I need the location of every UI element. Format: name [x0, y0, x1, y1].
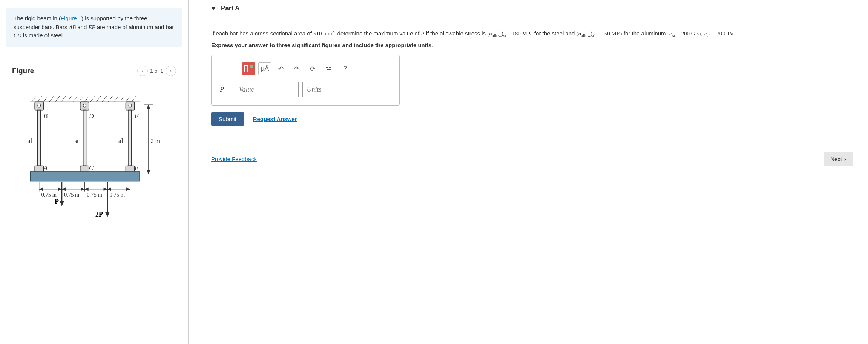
- svg-line-7: [67, 96, 72, 102]
- chevron-right-icon: ›: [844, 156, 846, 162]
- figure-link[interactable]: Figure 1: [61, 15, 81, 22]
- svg-line-18: [132, 96, 136, 102]
- svg-marker-63: [126, 187, 130, 190]
- svg-line-3: [43, 96, 48, 102]
- provide-feedback-link[interactable]: Provide Feedback: [211, 156, 257, 162]
- svg-line-2: [38, 96, 42, 102]
- answer-row: P =: [220, 82, 391, 97]
- svg-marker-60: [84, 187, 88, 190]
- svg-marker-59: [81, 187, 85, 190]
- question-text: If each bar has a cross-sectional area o…: [211, 29, 853, 39]
- svg-marker-69: [60, 201, 64, 206]
- units-input[interactable]: [302, 82, 370, 97]
- svg-marker-48: [147, 170, 150, 174]
- svg-rect-78: [330, 67, 331, 68]
- svg-marker-57: [58, 187, 62, 190]
- svg-rect-26: [83, 110, 86, 166]
- templates-icon: [244, 65, 253, 72]
- figure-title: Figure: [12, 67, 34, 75]
- svg-line-4: [49, 96, 54, 102]
- figure-prev-button[interactable]: ‹: [137, 66, 148, 76]
- figure-pager: 1 of 1: [150, 68, 163, 74]
- svg-marker-47: [147, 105, 150, 109]
- svg-marker-58: [62, 187, 66, 190]
- svg-line-11: [90, 96, 95, 102]
- svg-text:0.75 m: 0.75 m: [110, 192, 125, 198]
- svg-rect-79: [327, 69, 331, 70]
- value-input[interactable]: [235, 82, 299, 97]
- svg-line-14: [108, 96, 113, 102]
- undo-button[interactable]: ↶: [275, 62, 287, 75]
- next-label: Next: [830, 156, 842, 162]
- svg-text:st: st: [74, 137, 79, 144]
- svg-rect-76: [327, 67, 328, 68]
- svg-text:B: B: [43, 112, 48, 120]
- redo-button[interactable]: ↷: [290, 62, 303, 75]
- svg-marker-56: [39, 187, 43, 190]
- svg-line-12: [97, 96, 101, 102]
- answer-box: µÅ ↶ ↷ ⟳ ? P =: [211, 55, 400, 106]
- svg-text:2P: 2P: [95, 210, 103, 218]
- svg-line-8: [73, 96, 77, 102]
- answer-toolbar: µÅ ↶ ↷ ⟳ ?: [242, 62, 391, 75]
- svg-line-5: [55, 96, 60, 102]
- problem-statement: The rigid beam in (Figure 1) is supporte…: [6, 8, 182, 47]
- svg-rect-27: [129, 110, 132, 166]
- svg-line-15: [114, 96, 118, 102]
- submit-button[interactable]: Submit: [211, 112, 244, 126]
- svg-text:D: D: [89, 112, 94, 120]
- caret-down-icon: [211, 7, 216, 10]
- templates-button[interactable]: [242, 62, 255, 75]
- svg-line-1: [32, 96, 36, 102]
- svg-line-10: [84, 96, 89, 102]
- bar-ef: EF: [88, 24, 95, 30]
- svg-text:E: E: [134, 164, 139, 172]
- svg-text:P: P: [55, 197, 59, 205]
- svg-text:0.75 m: 0.75 m: [64, 192, 80, 198]
- figure-header: Figure ‹ 1 of 1 ›: [6, 62, 182, 80]
- question-hint: Express your answer to three significant…: [211, 42, 853, 48]
- keyboard-icon: [325, 66, 333, 71]
- svg-point-24: [129, 104, 132, 107]
- svg-line-9: [79, 96, 83, 102]
- bar-cd: CD: [14, 32, 21, 38]
- svg-text:F: F: [134, 112, 139, 120]
- svg-text:al: al: [118, 137, 123, 144]
- figure-image: B D F al st al A C E: [0, 80, 188, 240]
- intro-text: The rigid beam in (: [14, 15, 61, 22]
- svg-rect-74: [325, 66, 333, 71]
- bar-ab: AB: [69, 24, 76, 30]
- svg-text:C: C: [89, 164, 94, 172]
- answer-variable: P: [220, 86, 224, 94]
- special-chars-button[interactable]: µÅ: [258, 62, 271, 75]
- svg-text:2 m: 2 m: [151, 137, 160, 144]
- svg-line-17: [126, 96, 130, 102]
- svg-line-16: [120, 96, 124, 102]
- svg-marker-72: [105, 212, 110, 217]
- svg-text:0.75 m: 0.75 m: [87, 192, 102, 198]
- svg-marker-62: [107, 187, 111, 190]
- figure-next-button[interactable]: ›: [166, 66, 176, 76]
- svg-text:al: al: [28, 137, 32, 144]
- svg-rect-75: [326, 67, 327, 68]
- help-button[interactable]: ?: [339, 62, 351, 75]
- next-button[interactable]: Next ›: [824, 152, 853, 166]
- svg-line-6: [61, 96, 66, 102]
- keyboard-button[interactable]: [322, 62, 336, 75]
- svg-rect-25: [38, 110, 41, 166]
- svg-text:A: A: [43, 164, 48, 172]
- svg-point-22: [38, 104, 41, 107]
- request-answer-link[interactable]: Request Answer: [253, 116, 297, 122]
- svg-rect-34: [30, 172, 140, 181]
- svg-line-13: [102, 96, 107, 102]
- reset-button[interactable]: ⟳: [306, 62, 319, 75]
- part-header[interactable]: Part A: [211, 0, 853, 17]
- svg-point-23: [83, 104, 86, 107]
- svg-marker-61: [104, 187, 107, 190]
- svg-text:0.75 m: 0.75 m: [41, 192, 57, 198]
- part-title: Part A: [221, 5, 239, 12]
- svg-rect-77: [329, 67, 330, 68]
